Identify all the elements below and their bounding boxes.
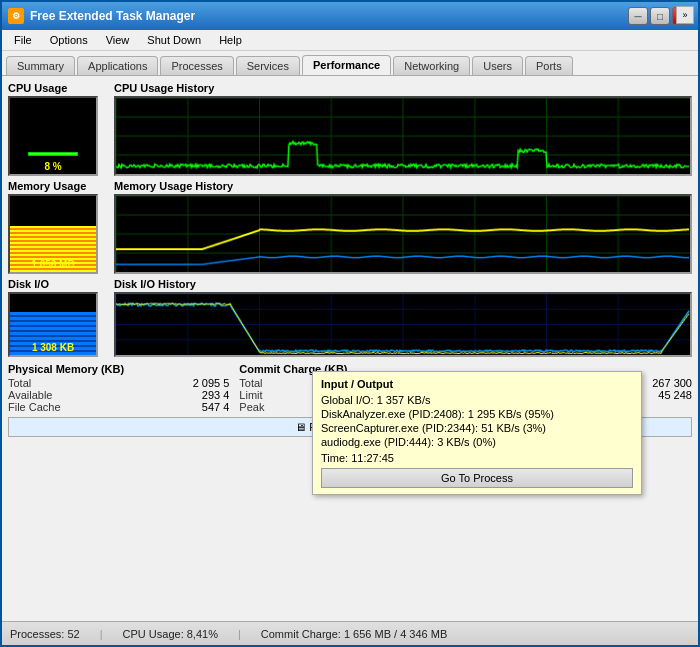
total-label: Total — [8, 377, 31, 389]
tab-users[interactable]: Users — [472, 56, 523, 75]
tooltip-global-io: Global I/O: 1 357 KB/s — [321, 394, 633, 406]
cpu-hist-label: CPU Usage History — [114, 82, 692, 94]
avail-val: 293 4 — [202, 389, 230, 401]
paged-val: 267 300 — [652, 377, 692, 389]
mem-canvas — [116, 196, 690, 272]
commit-peak-label: Peak — [239, 401, 264, 413]
disk-row: Disk I/O 1 308 KB Disk I/O History — [8, 278, 692, 357]
cpu-usage-graph: 8 % — [8, 96, 98, 176]
maximize-button[interactable]: □ — [650, 7, 670, 25]
disk-canvas — [116, 294, 690, 355]
status-processes: Processes: 52 — [10, 628, 80, 640]
disk-history-graph — [114, 292, 692, 357]
title-bar: ⚙ Free Extended Task Manager ─ □ ✕ — [2, 2, 698, 30]
nonpaged-val: 45 248 — [658, 389, 692, 401]
tab-scroll-icon[interactable]: » — [676, 6, 694, 24]
cpu-canvas — [116, 98, 690, 174]
tab-processes[interactable]: Processes — [160, 56, 233, 75]
tooltip-process1: DiskAnalyzer.exe (PID:2408): 1 295 KB/s … — [321, 408, 633, 420]
mem-history-container: Memory Usage History — [114, 180, 692, 274]
performance-grid: CPU Usage 8 % CPU Usage History — [8, 82, 692, 357]
status-cpu-usage: CPU Usage: 8,41% — [123, 628, 218, 640]
stats-row-total: Total 2 095 5 — [8, 377, 229, 389]
status-bar: Processes: 52 | CPU Usage: 8,41% | Commi… — [2, 621, 698, 645]
menu-shutdown[interactable]: Shut Down — [139, 32, 209, 48]
menu-bar: File Options View Shut Down Help — [2, 30, 698, 51]
tab-ports[interactable]: Ports — [525, 56, 573, 75]
tab-networking[interactable]: Networking — [393, 56, 470, 75]
tabs-bar: Summary Applications Processes Services … — [2, 51, 698, 76]
menu-view[interactable]: View — [98, 32, 138, 48]
disk-history-container: Disk I/O History — [114, 278, 692, 357]
minimize-button[interactable]: ─ — [628, 7, 648, 25]
main-window: ⚙ Free Extended Task Manager ─ □ ✕ File … — [0, 0, 700, 647]
tab-services[interactable]: Services — [236, 56, 300, 75]
tab-summary[interactable]: Summary — [6, 56, 75, 75]
tooltip-process3: audiodg.exe (PID:444): 3 KB/s (0%) — [321, 436, 633, 448]
total-val: 2 095 5 — [193, 377, 230, 389]
cpu-row: CPU Usage 8 % CPU Usage History — [8, 82, 692, 176]
disk-kb-label: 1 308 KB — [32, 342, 74, 353]
stats-row-avail: Available 293 4 — [8, 389, 229, 401]
cpu-usage-label: CPU Usage — [8, 82, 108, 94]
tab-applications[interactable]: Applications — [77, 56, 158, 75]
filecache-val: 547 4 — [202, 401, 230, 413]
tooltip-time: Time: 11:27:45 — [321, 452, 633, 464]
window-title: Free Extended Task Manager — [30, 9, 622, 23]
cpu-pct-label: 8 % — [44, 161, 61, 172]
resource-monitor-icon: 🖥 — [295, 421, 306, 433]
goto-process-button[interactable]: Go To Process — [321, 468, 633, 488]
stats-row-filecache: File Cache 547 4 — [8, 401, 229, 413]
mem-usage-graph: 1 656 MB — [8, 194, 98, 274]
mem-history-graph — [114, 194, 692, 274]
avail-label: Available — [8, 389, 52, 401]
menu-options[interactable]: Options — [42, 32, 96, 48]
disk-hist-label: Disk I/O History — [114, 278, 692, 290]
disk-io-graph: 1 308 KB — [8, 292, 98, 357]
tab-performance[interactable]: Performance — [302, 55, 391, 75]
menu-file[interactable]: File — [6, 32, 40, 48]
cpu-history-container: CPU Usage History — [114, 82, 692, 176]
mem-hist-label: Memory Usage History — [114, 180, 692, 192]
app-icon: ⚙ — [8, 8, 24, 24]
status-commit-charge: Commit Charge: 1 656 MB / 4 346 MB — [261, 628, 447, 640]
commit-total-label: Total — [239, 377, 262, 389]
cpu-history-graph — [114, 96, 692, 176]
tooltip-process2: ScreenCapturer.exe (PID:2344): 51 KB/s (… — [321, 422, 633, 434]
tooltip-title: Input / Output — [321, 378, 633, 390]
io-tooltip: Input / Output Global I/O: 1 357 KB/s Di… — [312, 371, 642, 495]
cpu-bar — [28, 152, 78, 156]
performance-panel: CPU Usage 8 % CPU Usage History — [2, 76, 698, 621]
commit-limit-label: Limit — [239, 389, 262, 401]
filecache-label: File Cache — [8, 401, 61, 413]
physical-memory-title: Physical Memory (KB) — [8, 363, 229, 375]
mem-row: Memory Usage 1 656 MB Memory Usage Histo… — [8, 180, 692, 274]
menu-help[interactable]: Help — [211, 32, 250, 48]
disk-io-label: Disk I/O — [8, 278, 108, 290]
physical-memory-col: Physical Memory (KB) Total 2 095 5 Avail… — [8, 363, 229, 413]
mem-usage-label: Memory Usage — [8, 180, 108, 192]
mem-mb-label: 1 656 MB — [31, 259, 74, 270]
